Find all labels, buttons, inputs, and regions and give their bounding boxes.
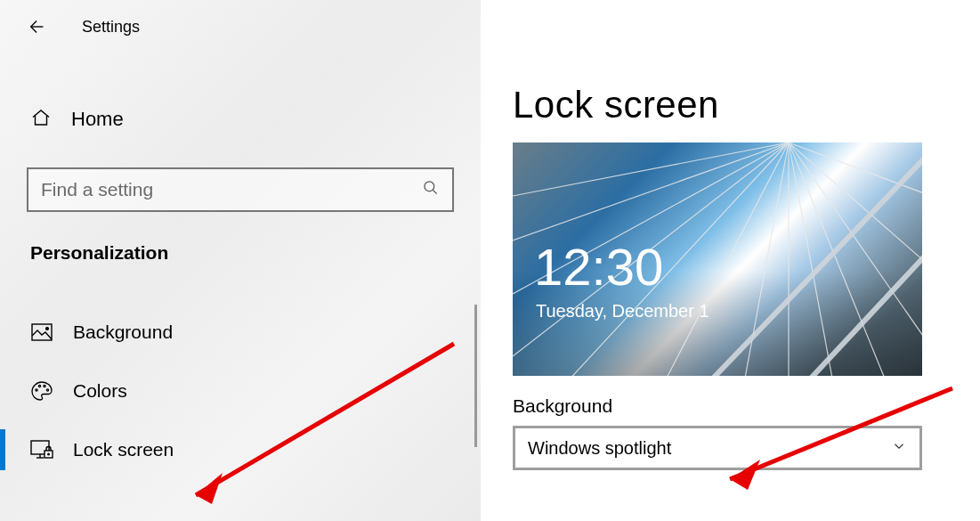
svg-line-20: [789, 142, 922, 347]
lock-screen-preview: 12:30 Tuesday, December 1: [513, 142, 922, 376]
svg-point-0: [425, 182, 434, 191]
background-field-label: Background: [513, 395, 948, 417]
nav-item-label: Background: [73, 322, 173, 343]
nav-list: Background Colors Lock screen: [0, 303, 481, 479]
sidebar-item-colors[interactable]: Colors: [0, 362, 481, 420]
svg-point-2: [46, 328, 49, 330]
svg-point-5: [44, 385, 45, 387]
arrow-left-icon: [28, 17, 47, 37]
svg-point-3: [36, 389, 37, 391]
svg-point-6: [46, 389, 48, 391]
dropdown-value: Windows spotlight: [528, 438, 671, 459]
home-nav-item[interactable]: Home: [0, 94, 481, 144]
search-box[interactable]: [27, 167, 454, 212]
main-panel: Lock screen: [481, 0, 980, 521]
page-heading: Lock screen: [513, 84, 948, 126]
svg-point-9: [48, 453, 50, 455]
sidebar-item-background[interactable]: Background: [0, 303, 481, 362]
preview-date: Tuesday, December 1: [536, 301, 709, 322]
svg-line-16: [664, 142, 789, 376]
palette-icon: [30, 380, 53, 402]
svg-line-12: [513, 142, 789, 240]
svg-point-4: [38, 385, 40, 387]
chevron-down-icon: [891, 438, 907, 458]
titlebar: Settings: [0, 0, 481, 53]
svg-line-19: [789, 142, 887, 376]
sidebar-item-lock-screen[interactable]: Lock screen: [0, 420, 481, 479]
home-label: Home: [71, 108, 124, 131]
svg-line-22: [789, 142, 922, 196]
nav-item-label: Colors: [73, 380, 127, 402]
home-icon: [30, 107, 52, 132]
search-icon: [409, 179, 452, 200]
svg-line-23: [709, 151, 922, 376]
background-dropdown[interactable]: Windows spotlight: [513, 426, 922, 470]
app-title: Settings: [82, 18, 140, 37]
svg-line-24: [806, 249, 922, 376]
back-button[interactable]: [18, 7, 57, 46]
picture-icon: [30, 323, 53, 341]
lock-screen-icon: [30, 440, 53, 460]
search-input[interactable]: [28, 179, 409, 200]
section-label: Personalization: [30, 242, 481, 264]
preview-time: 12:30: [534, 237, 663, 297]
sidebar: Settings Home Personalization Background: [0, 0, 481, 521]
nav-item-label: Lock screen: [73, 439, 174, 460]
